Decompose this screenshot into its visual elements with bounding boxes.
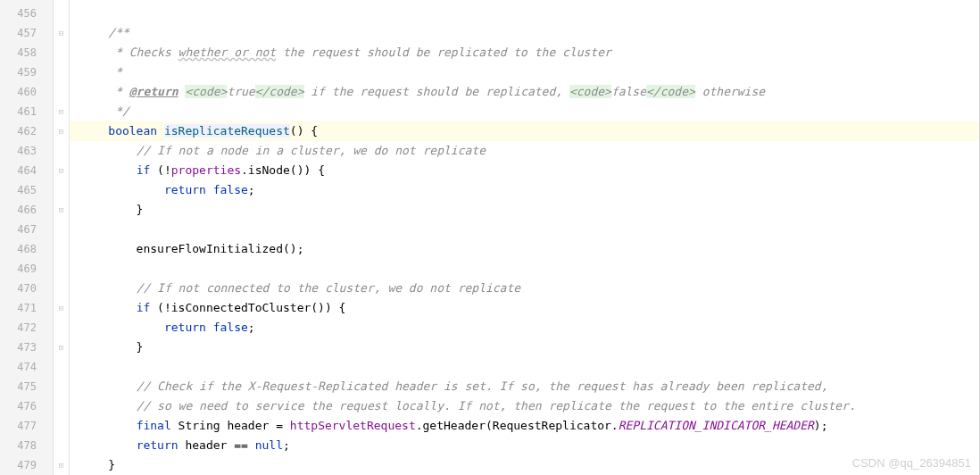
code-line[interactable]: */: [70, 102, 979, 121]
line-number: 474: [0, 357, 53, 377]
code-line[interactable]: final String header = httpServletRequest…: [70, 416, 979, 436]
fold-marker-icon[interactable]: [54, 23, 69, 43]
line-number: 456: [0, 4, 53, 23]
line-number: 470: [0, 279, 53, 298]
line-number: 468: [0, 239, 53, 259]
code-line[interactable]: // If not connected to the cluster, we d…: [70, 279, 979, 298]
line-number: 462: [0, 121, 53, 141]
fold-spacer: [54, 62, 69, 82]
fold-spacer: [54, 436, 69, 455]
fold-spacer: [54, 377, 69, 396]
code-line[interactable]: // Check if the X-Request-Replicated hea…: [70, 377, 979, 396]
code-line[interactable]: }: [70, 200, 979, 220]
fold-marker-icon[interactable]: [54, 455, 69, 475]
fold-marker-icon[interactable]: [54, 200, 69, 220]
line-number: 465: [0, 180, 53, 200]
code-line[interactable]: [70, 357, 979, 377]
fold-marker-icon[interactable]: [54, 161, 69, 180]
fold-spacer: [54, 4, 69, 23]
code-editor[interactable]: 4564574584594604614624634644654664674684…: [0, 0, 980, 475]
code-line[interactable]: if (!properties.isNode()) {: [70, 161, 979, 180]
line-number: 464: [0, 161, 53, 180]
line-number: 476: [0, 396, 53, 416]
code-area[interactable]: /** * Checks whether or not the request …: [70, 0, 979, 475]
code-line[interactable]: // If not a node in a cluster, we do not…: [70, 141, 979, 161]
fold-marker-icon[interactable]: [54, 298, 69, 318]
line-number: 459: [0, 62, 53, 82]
line-number: 478: [0, 436, 53, 455]
line-number: 477: [0, 416, 53, 436]
fold-spacer: [54, 259, 69, 279]
fold-marker-icon[interactable]: [54, 102, 69, 121]
code-line[interactable]: [70, 220, 979, 239]
fold-spacer: [54, 239, 69, 259]
code-line[interactable]: return false;: [70, 180, 979, 200]
fold-marker-icon[interactable]: [54, 338, 69, 357]
fold-spacer: [54, 396, 69, 416]
code-line[interactable]: [70, 4, 979, 23]
fold-spacer: [54, 279, 69, 298]
code-line[interactable]: [70, 259, 979, 279]
line-number: 479: [0, 455, 53, 475]
fold-spacer: [54, 82, 69, 102]
line-number: 463: [0, 141, 53, 161]
line-number: 457: [0, 23, 53, 43]
line-number: 473: [0, 338, 53, 357]
line-number: 460: [0, 82, 53, 102]
watermark: CSDN @qq_26394851: [852, 456, 971, 470]
fold-spacer: [54, 318, 69, 338]
code-line[interactable]: * Checks whether or not the request shou…: [70, 43, 979, 62]
fold-spacer: [54, 43, 69, 62]
code-line[interactable]: // so we need to service the request loc…: [70, 396, 979, 416]
fold-spacer: [54, 141, 69, 161]
fold-gutter[interactable]: [54, 0, 70, 475]
fold-marker-icon[interactable]: [54, 121, 69, 141]
code-line[interactable]: }: [70, 455, 979, 475]
code-line[interactable]: }: [70, 338, 979, 357]
code-line[interactable]: return header == null;: [70, 436, 979, 455]
line-number: 458: [0, 43, 53, 62]
fold-spacer: [54, 180, 69, 200]
fold-spacer: [54, 416, 69, 436]
code-line[interactable]: return false;: [70, 318, 979, 338]
line-number-gutter: 4564574584594604614624634644654664674684…: [0, 0, 54, 475]
line-number: 469: [0, 259, 53, 279]
code-line[interactable]: /**: [70, 23, 979, 43]
code-line[interactable]: * @return <code>true</code> if the reque…: [70, 82, 979, 102]
code-line[interactable]: boolean isReplicateRequest() {: [70, 121, 979, 141]
code-line[interactable]: if (!isConnectedToCluster()) {: [70, 298, 979, 318]
line-number: 472: [0, 318, 53, 338]
fold-spacer: [54, 220, 69, 239]
code-line[interactable]: *: [70, 62, 979, 82]
fold-spacer: [54, 357, 69, 377]
line-number: 475: [0, 377, 53, 396]
line-number: 471: [0, 298, 53, 318]
code-line[interactable]: ensureFlowInitialized();: [70, 239, 979, 259]
line-number: 466: [0, 200, 53, 220]
line-number: 467: [0, 220, 53, 239]
line-number: 461: [0, 102, 53, 121]
